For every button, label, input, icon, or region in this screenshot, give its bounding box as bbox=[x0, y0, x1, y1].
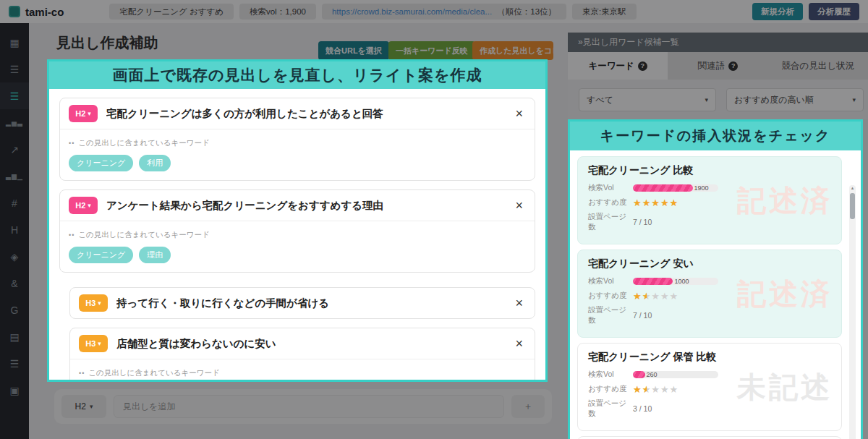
keyword-status-callout: キーワードの挿入状況をチェック 宅配クリーニング 比較 検索Vol 1900 お… bbox=[568, 119, 863, 439]
close-icon[interactable]: × bbox=[512, 199, 526, 212]
recommend-label: おすすめ度 bbox=[588, 384, 633, 394]
recommend-label: おすすめ度 bbox=[588, 291, 633, 301]
keyword-list: 宅配クリーニング 比較 検索Vol 1900 おすすめ度 ★★★★★ ★★★★★ bbox=[570, 150, 861, 439]
star-rating: ★★★★★ ★★★★★ bbox=[633, 291, 678, 301]
star-rating: ★★★★★ ★★★★★ bbox=[633, 198, 678, 208]
search-vol-value: 1900 bbox=[694, 184, 709, 192]
search-vol-value: 1000 bbox=[674, 278, 689, 285]
pages-value: 7 / 10 bbox=[633, 218, 652, 226]
star-rating: ★★★★★ ★★★★★ bbox=[633, 385, 678, 394]
contained-keywords-label: •• この見出しに含まれているキーワード bbox=[69, 230, 526, 240]
search-vol-bar: 1900 bbox=[633, 184, 718, 192]
search-vol-value: 260 bbox=[647, 371, 658, 378]
keywords-icon: •• bbox=[79, 370, 85, 377]
keyword-name: 宅配クリーニング 保管 比較 bbox=[588, 351, 831, 364]
keyword-chip[interactable]: クリーニング bbox=[69, 155, 133, 171]
heading-card: H2 ▾ アンケート結果から宅配クリーニングをおすすめする理由 × •• この見… bbox=[59, 189, 535, 273]
heading-card: H3 ▾ 店舗型と質は変わらないのに安い × •• この見出しに含まれているキー… bbox=[69, 328, 535, 380]
chevron-down-icon: ▾ bbox=[88, 110, 91, 117]
heading-level-value: H3 bbox=[85, 339, 95, 348]
heading-level-badge[interactable]: H2 ▾ bbox=[69, 197, 98, 214]
search-vol-bar-fill bbox=[633, 371, 645, 378]
scroll-up-icon[interactable]: ▴ bbox=[849, 185, 856, 191]
heading-level-value: H3 bbox=[85, 299, 95, 307]
keyword-card[interactable]: 宅配クリーニング 比較 検索Vol 1900 おすすめ度 ★★★★★ ★★★★★ bbox=[577, 156, 842, 244]
heading-editor-callout-title: 画面上で既存の見出しを見直し、リライト案を作成 bbox=[49, 61, 545, 89]
chevron-down-icon: ▾ bbox=[98, 299, 101, 307]
close-icon[interactable]: × bbox=[512, 107, 526, 120]
keyword-card[interactable]: 宅配クリーニング 保管 比較 検索Vol 260 おすすめ度 ★★★★★ ★★★… bbox=[577, 343, 842, 431]
heading-level-value: H2 bbox=[75, 109, 85, 118]
heading-card: H2 ▾ 宅配クリーニングは多くの方が利用したことがあると回答 × •• この見… bbox=[59, 98, 535, 181]
chevron-down-icon: ▾ bbox=[98, 340, 101, 347]
heading-title[interactable]: 宅配クリーニングは多くの方が利用したことがあると回答 bbox=[106, 107, 503, 121]
contained-keywords-label: •• この見出しに含まれているキーワード bbox=[69, 138, 526, 148]
heading-title[interactable]: アンケート結果から宅配クリーニングをおすすめする理由 bbox=[106, 199, 503, 213]
keyword-chip[interactable]: 利用 bbox=[139, 155, 171, 171]
keyword-chip[interactable]: クリーニング bbox=[69, 247, 133, 263]
heading-level-badge[interactable]: H2 ▾ bbox=[69, 105, 98, 122]
heading-level-value: H2 bbox=[75, 201, 85, 210]
search-vol-bar-fill bbox=[633, 184, 693, 192]
recommend-label: おすすめ度 bbox=[588, 197, 633, 208]
keyword-chip[interactable]: 理由 bbox=[139, 247, 171, 263]
search-vol-bar: 1000 bbox=[633, 278, 718, 285]
chevron-down-icon: ▾ bbox=[88, 202, 91, 209]
keyword-status-callout-title: キーワードの挿入状況をチェック bbox=[570, 122, 861, 150]
keyword-card[interactable]: 宅配クリーニング 安い 検索Vol 1000 おすすめ度 ★★★★★ ★★★★★ bbox=[577, 250, 842, 338]
pages-label: 設置ページ数 bbox=[588, 398, 633, 419]
keywords-icon: •• bbox=[69, 231, 75, 239]
app-window: tami-co 宅配クリーニング おすすめ 検索vol：1,900 https:… bbox=[0, 0, 868, 439]
heading-editor-callout: 画面上で既存の見出しを見直し、リライト案を作成 H2 ▾ 宅配クリーニングは多く… bbox=[47, 59, 548, 382]
heading-title[interactable]: 持って行く・取りに行くなどの手間が省ける bbox=[116, 297, 503, 310]
heading-level-badge[interactable]: H3 ▾ bbox=[79, 335, 108, 352]
contained-keywords-label: •• この見出しに含まれているキーワード bbox=[79, 368, 526, 378]
pages-value: 3 / 10 bbox=[633, 404, 652, 413]
search-vol-label: 検索Vol bbox=[588, 276, 633, 286]
scrollbar[interactable]: ▴ bbox=[849, 185, 856, 439]
close-icon[interactable]: × bbox=[512, 337, 526, 350]
heading-cards-list: H2 ▾ 宅配クリーニングは多くの方が利用したことがあると回答 × •• この見… bbox=[49, 89, 545, 380]
pages-value: 7 / 10 bbox=[633, 311, 652, 320]
heading-card: H3 ▾ 持って行く・取りに行くなどの手間が省ける × bbox=[69, 287, 535, 319]
search-vol-bar-fill bbox=[633, 278, 673, 285]
heading-level-badge[interactable]: H3 ▾ bbox=[79, 294, 108, 312]
pages-label: 設置ページ数 bbox=[588, 212, 633, 232]
close-icon[interactable]: × bbox=[512, 297, 526, 310]
search-vol-label: 検索Vol bbox=[588, 370, 633, 380]
search-vol-bar: 260 bbox=[633, 371, 718, 378]
pages-label: 設置ページ数 bbox=[588, 305, 633, 325]
scrollbar-thumb[interactable] bbox=[850, 193, 855, 219]
keyword-name: 宅配クリーニング 安い bbox=[588, 257, 831, 270]
keyword-name: 宅配クリーニング 比較 bbox=[588, 164, 831, 177]
keyword-card[interactable]: 宅配クリーニング 口コミ 検索Vol 140 おすすめ度 ★★★★★ ★★★★★ bbox=[577, 436, 842, 439]
search-vol-label: 検索Vol bbox=[588, 183, 633, 193]
keywords-icon: •• bbox=[69, 140, 75, 147]
heading-title[interactable]: 店舗型と質は変わらないのに安い bbox=[116, 337, 503, 351]
